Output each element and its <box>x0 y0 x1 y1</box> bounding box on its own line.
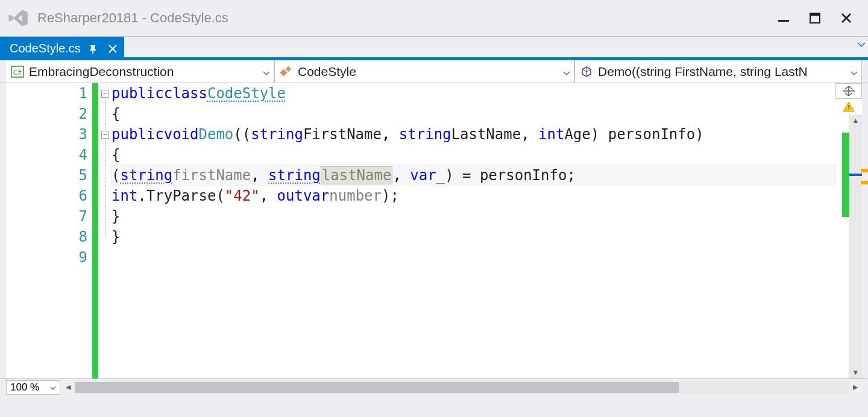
line-gutter: 1 2 3 4 5 6 7 8 9 <box>6 83 92 378</box>
warning-mark <box>861 181 868 184</box>
code-line: } <box>112 206 835 227</box>
chevron-down-icon <box>563 64 570 79</box>
editor: 1 2 3 4 5 6 7 8 9 − − public class CodeS… <box>6 83 862 378</box>
svg-text:!: ! <box>848 104 849 112</box>
fold-toggle[interactable]: − <box>101 90 109 98</box>
tab-bar-rest <box>124 37 868 60</box>
namespace-dropdown[interactable]: C# EmbracingDeconstruction <box>6 60 274 83</box>
change-mark <box>842 133 849 217</box>
chevron-down-icon <box>263 64 270 79</box>
chevron-down-icon <box>851 64 858 79</box>
tab-dropdown-icon[interactable] <box>857 39 866 50</box>
line-number: 1 <box>6 83 92 104</box>
code-line: public void Demo((string FirstName, stri… <box>112 124 835 145</box>
line-number: 5 <box>6 165 92 186</box>
tab-label: CodeStyle.cs <box>10 42 81 55</box>
zoom-dropdown[interactable]: 100 % <box>6 380 60 395</box>
svg-text:C#: C# <box>13 68 22 77</box>
line-number: 4 <box>6 145 92 165</box>
title-bar: ReSharper20181 - CodeStyle.cs <box>0 0 868 36</box>
svg-rect-5 <box>280 69 288 77</box>
scroll-up-icon[interactable]: ▲ <box>849 114 862 127</box>
fold-toggle[interactable]: − <box>101 131 109 139</box>
change-indicator <box>92 83 98 378</box>
pin-icon[interactable] <box>87 42 100 55</box>
code-line: public class CodeStyle <box>112 83 835 104</box>
line-number: 8 <box>6 227 92 247</box>
scroll-track[interactable] <box>75 381 849 394</box>
warning-icon[interactable]: ! <box>835 101 862 114</box>
code-line: { <box>112 145 835 165</box>
minimize-button[interactable] <box>776 11 791 25</box>
code-line: int.TryParse("42", out var number); <box>112 186 835 206</box>
tab-bar: CodeStyle.cs <box>0 36 868 60</box>
chevron-down-icon <box>50 381 56 393</box>
line-number: 2 <box>6 104 92 124</box>
nav-bar: C# EmbracingDeconstruction CodeStyle Dem… <box>0 60 868 83</box>
code-line <box>112 247 835 268</box>
line-number: 3 <box>6 124 92 145</box>
horizontal-scrollbar[interactable]: ◀ ▶ <box>61 381 862 394</box>
namespace-label: EmbracingDeconstruction <box>29 64 174 79</box>
visual-studio-logo-icon <box>6 6 30 30</box>
scroll-down-icon[interactable]: ▼ <box>849 366 862 378</box>
line-number: 6 <box>6 186 92 206</box>
class-label: CodeStyle <box>298 64 356 79</box>
code-line: { <box>112 104 835 124</box>
fold-column: − − <box>98 83 112 378</box>
vertical-scrollbar[interactable]: ▲ ▼ <box>849 114 862 378</box>
close-tab-icon[interactable] <box>106 42 119 55</box>
maximize-button[interactable] <box>808 11 822 25</box>
line-number: 9 <box>6 247 92 268</box>
svg-rect-0 <box>778 20 789 22</box>
right-panel: ! ▲ ▼ <box>835 83 862 378</box>
line-number: 7 <box>6 206 92 227</box>
split-view-icon[interactable] <box>835 83 862 99</box>
close-button[interactable] <box>839 11 854 25</box>
method-icon <box>580 65 593 78</box>
window-title: ReSharper20181 - CodeStyle.cs <box>37 10 776 26</box>
csharp-file-icon: C# <box>11 65 24 78</box>
code-line: } <box>112 227 835 247</box>
svg-rect-6 <box>286 66 292 72</box>
svg-rect-2 <box>810 13 820 16</box>
member-dropdown[interactable]: Demo((string FirstName, string LastN <box>574 60 862 83</box>
class-icon <box>280 65 293 78</box>
code-area[interactable]: public class CodeStyle { public void Dem… <box>112 83 835 378</box>
zoom-value: 100 % <box>10 381 39 393</box>
class-dropdown[interactable]: CodeStyle <box>274 60 574 83</box>
member-label: Demo((string FirstName, string LastN <box>598 64 808 79</box>
status-bar: 100 % ◀ ▶ <box>0 378 868 395</box>
file-tab[interactable]: CodeStyle.cs <box>0 37 124 60</box>
scroll-left-icon[interactable]: ◀ <box>61 381 75 394</box>
scroll-right-icon[interactable]: ▶ <box>849 381 862 394</box>
code-line-active: (string firstName, string lastName, var … <box>112 165 835 186</box>
scroll-thumb[interactable] <box>75 382 679 393</box>
window-controls <box>776 11 862 25</box>
current-line-mark <box>849 174 862 176</box>
warning-mark <box>861 169 868 172</box>
